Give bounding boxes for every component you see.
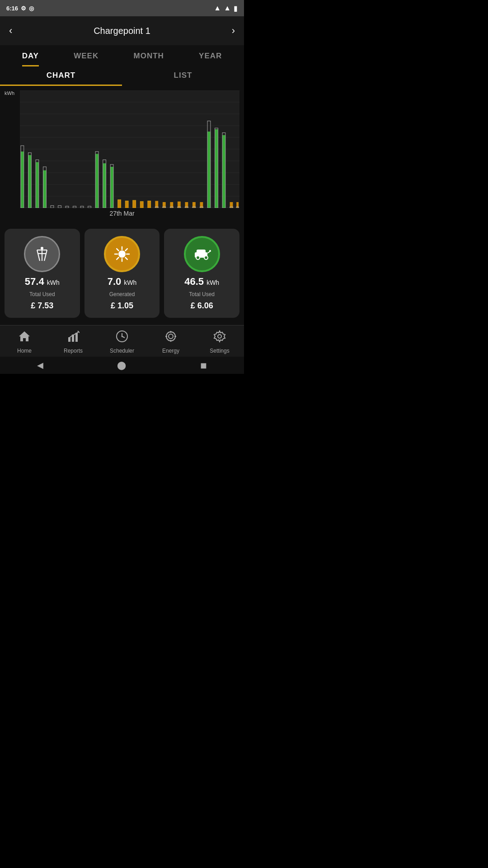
solar-label: Generated <box>109 291 135 297</box>
bottom-nav: Home Reports Scheduler <box>0 325 244 357</box>
ev-icon-circle <box>184 236 220 272</box>
svg-marker-107 <box>19 331 30 341</box>
battery-icon: ▮ <box>234 4 238 13</box>
stats-row: 57.4 kWh Total Used £ 7.53 7.0 kWh Gener… <box>0 222 244 325</box>
solar-kwh-value: 7.0 kWh <box>108 276 137 288</box>
svg-line-90 <box>44 250 47 261</box>
bar-chart: 0 1 2 3 4 5 6 7 8 9 10 <box>20 90 239 208</box>
svg-line-100 <box>117 258 118 259</box>
svg-rect-102 <box>197 250 206 253</box>
svg-point-103 <box>196 256 200 259</box>
svg-rect-38 <box>95 154 99 208</box>
ev-kwh-value: 46.5 kWh <box>184 276 219 288</box>
nav-reports[interactable]: Reports <box>60 330 87 354</box>
signal-icon: ▲ <box>224 4 231 12</box>
tab-week[interactable]: WEEK <box>74 52 99 66</box>
header: ‹ Chargepoint 1 › <box>0 16 244 45</box>
svg-line-89 <box>37 250 40 261</box>
svg-line-99 <box>126 249 127 250</box>
nav-home[interactable]: Home <box>11 330 38 354</box>
android-home[interactable]: ⬤ <box>117 360 126 370</box>
stat-card-grid: 57.4 kWh Total Used £ 7.53 <box>5 229 80 318</box>
pylon-icon <box>33 245 51 263</box>
status-bar: 6:16 ⚙ ◎ ▲ ▲ ▮ <box>0 0 244 16</box>
svg-rect-26 <box>28 155 31 208</box>
svg-rect-58 <box>170 202 173 208</box>
svg-line-98 <box>126 258 127 259</box>
ev-cost: £ 6.06 <box>191 301 213 311</box>
energy-icon <box>164 330 177 346</box>
svg-point-106 <box>209 250 211 252</box>
status-left: 6:16 ⚙ ◎ <box>6 5 34 12</box>
svg-rect-74 <box>230 202 233 208</box>
header-title: Chargepoint 1 <box>94 26 150 36</box>
stat-card-solar: 7.0 kWh Generated £ 1.05 <box>84 229 160 318</box>
grid-cost: £ 7.53 <box>31 301 53 311</box>
next-arrow[interactable]: › <box>232 25 235 37</box>
android-recent[interactable]: ◼ <box>200 360 207 370</box>
status-right: ▲ ▲ ▮ <box>214 4 238 13</box>
tab-month[interactable]: MONTH <box>134 52 164 66</box>
nav-reports-label: Reports <box>64 348 83 354</box>
svg-rect-76 <box>236 202 239 208</box>
reports-icon <box>67 330 80 346</box>
svg-rect-56 <box>163 202 166 208</box>
home-icon <box>18 330 31 346</box>
svg-rect-44 <box>118 200 121 208</box>
svg-rect-46 <box>125 201 128 208</box>
solar-cost: £ 1.05 <box>111 301 133 311</box>
svg-point-115 <box>122 336 123 337</box>
ev-car-icon <box>192 244 212 264</box>
svg-rect-52 <box>148 201 151 208</box>
chart-container: kWh <box>5 90 239 222</box>
nav-settings[interactable]: Settings <box>206 330 233 354</box>
svg-rect-24 <box>21 151 24 208</box>
svg-rect-62 <box>185 202 188 208</box>
svg-rect-42 <box>110 167 113 208</box>
nav-scheduler[interactable]: Scheduler <box>108 330 136 354</box>
tab-day[interactable]: DAY <box>22 52 39 66</box>
scheduler-icon <box>116 330 128 346</box>
radio-icon: ◎ <box>29 5 34 12</box>
android-nav-bar: ◀ ⬤ ◼ <box>0 357 244 374</box>
svg-rect-50 <box>140 202 143 208</box>
settings-icon: ⚙ <box>21 5 26 12</box>
view-tabs: CHART LIST <box>0 66 244 86</box>
nav-energy-label: Energy <box>162 348 179 354</box>
android-back[interactable]: ◀ <box>37 360 43 370</box>
chart-date: 27th Mar <box>5 208 239 222</box>
svg-rect-40 <box>103 163 106 208</box>
period-tabs: DAY WEEK MONTH YEAR <box>0 45 244 66</box>
svg-line-97 <box>117 249 118 250</box>
svg-rect-66 <box>200 202 203 208</box>
tab-year[interactable]: YEAR <box>199 52 222 66</box>
chart-area: kWh <box>0 86 244 222</box>
svg-point-117 <box>169 334 173 339</box>
tab-chart[interactable]: CHART <box>0 71 122 86</box>
grid-label: Total Used <box>29 291 55 297</box>
svg-rect-28 <box>36 162 39 208</box>
svg-rect-30 <box>43 170 47 208</box>
nav-settings-label: Settings <box>210 348 229 354</box>
stat-card-ev: 46.5 kWh Total Used £ 6.06 <box>164 229 239 318</box>
grid-icon-circle <box>24 236 60 272</box>
tab-list[interactable]: LIST <box>122 71 244 86</box>
svg-rect-64 <box>192 202 196 208</box>
prev-arrow[interactable]: ‹ <box>9 25 12 37</box>
svg-point-122 <box>218 335 221 338</box>
sun-icon <box>113 245 131 263</box>
nav-energy[interactable]: Energy <box>157 330 184 354</box>
svg-point-91 <box>41 247 43 250</box>
svg-rect-48 <box>133 200 136 208</box>
solar-icon-circle <box>104 236 140 272</box>
grid-kwh-value: 57.4 kWh <box>25 276 60 288</box>
svg-rect-70 <box>215 129 218 208</box>
chart-y-label: kWh <box>5 90 14 96</box>
svg-rect-72 <box>222 135 225 208</box>
svg-point-116 <box>166 332 175 341</box>
wifi-icon: ▲ <box>214 4 221 12</box>
nav-scheduler-label: Scheduler <box>110 348 134 354</box>
settings-nav-icon <box>213 330 226 346</box>
nav-home-label: Home <box>17 348 32 354</box>
chart-canvas: 0 1 2 3 4 5 6 7 8 9 10 <box>20 90 239 208</box>
